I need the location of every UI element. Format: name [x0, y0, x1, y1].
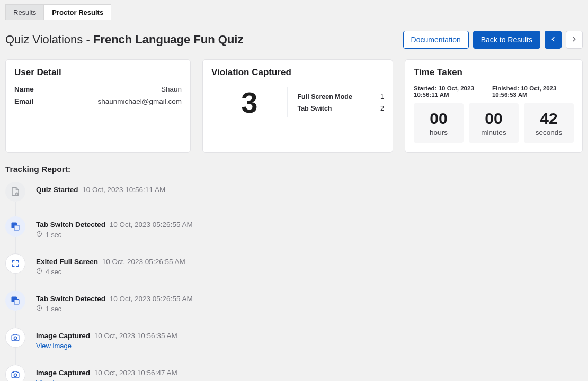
violation-heading: Violation Captured: [211, 67, 384, 78]
time-taken-card: Time Taken Started: 10 Oct, 2023 10:56:1…: [405, 59, 583, 153]
user-email-label: Email: [14, 97, 33, 105]
timeline-item-tab-switch: Tab Switch Detected 10 Oct, 2023 05:26:5…: [5, 291, 577, 328]
timeline-time: 10 Oct, 2023 05:26:55 AM: [110, 221, 193, 229]
clock-icon: [36, 305, 42, 313]
timeline-label: Image Captured: [36, 332, 90, 340]
user-name-value: Shaun: [161, 85, 182, 93]
time-seconds-cell: 42 seconds: [524, 103, 574, 143]
timeline-time: 10 Oct, 2023 10:56:11 AM: [82, 186, 165, 194]
timeline-item-image-captured: Image Captured 10 Oct, 2023 10:56:35 AM …: [5, 328, 577, 365]
time-seconds-unit: seconds: [527, 129, 571, 137]
tracking-report: Tracking Report: Quiz Started 10 Oct, 20…: [5, 165, 583, 381]
user-email-row: Email shaunmichael@gmail.com: [14, 97, 182, 105]
time-taken-heading: Time Taken: [414, 67, 574, 78]
time-minutes-cell: 00 minutes: [469, 103, 519, 143]
view-image-link[interactable]: View image: [36, 342, 72, 350]
clock-icon: [36, 268, 42, 276]
timeline-time: 10 Oct, 2023 05:26:55 AM: [102, 258, 185, 266]
time-started: Started: 10 Oct, 2023 10:56:11 AM: [414, 85, 492, 98]
time-minutes-unit: minutes: [472, 129, 515, 137]
timeline-label: Quiz Started: [36, 186, 78, 194]
timeline-label: Exited Full Screen: [36, 258, 98, 266]
user-name-label: Name: [14, 85, 34, 93]
page-title-quiz-name: French Language Fun Quiz: [93, 33, 244, 46]
summary-cards: User Detail Name Shaun Email shaunmichae…: [5, 59, 583, 153]
time-hours-cell: 00 hours: [414, 103, 464, 143]
violation-total: 3: [211, 85, 287, 120]
timeline-time: 10 Oct, 2023 10:56:47 AM: [94, 369, 177, 377]
tab-proctor-results[interactable]: Proctor Results: [44, 4, 111, 20]
violation-tabswitch-label: Tab Switch: [297, 105, 332, 112]
timeline-label: Image Captured: [36, 369, 90, 377]
violation-fullscreen-value: 1: [380, 93, 384, 101]
timeline-label: Tab Switch Detected: [36, 221, 105, 229]
violation-fullscreen-row: Full Screen Mode 1: [297, 93, 384, 101]
timeline-duration: 1 sec: [46, 305, 61, 313]
clock-icon: [36, 231, 42, 239]
chevron-right-icon: [571, 35, 578, 44]
time-seconds-value: 42: [527, 110, 571, 128]
timeline-duration: 4 sec: [46, 268, 61, 276]
user-name-row: Name Shaun: [14, 85, 182, 93]
user-detail-heading: User Detail: [14, 67, 182, 78]
violation-tabswitch-value: 2: [380, 105, 384, 112]
view-image-link[interactable]: View image: [36, 379, 72, 381]
violation-tabswitch-row: Tab Switch 2: [297, 105, 384, 112]
tabs: Results Proctor Results: [5, 4, 583, 20]
camera-icon: [5, 365, 25, 381]
timeline-item-tab-switch: Tab Switch Detected 10 Oct, 2023 05:26:5…: [5, 216, 577, 253]
time-hours-value: 00: [417, 110, 460, 128]
time-minutes-value: 00: [472, 110, 515, 128]
timeline-duration: 1 sec: [46, 231, 61, 239]
timeline-item-quiz-started: Quiz Started 10 Oct, 2023 10:56:11 AM: [5, 182, 577, 216]
timeline-item-image-captured: Image Captured 10 Oct, 2023 10:56:47 AM …: [5, 365, 577, 381]
camera-icon: [5, 328, 25, 348]
timeline-item-exited-fullscreen: Exited Full Screen 10 Oct, 2023 05:26:55…: [5, 253, 577, 291]
tracking-heading: Tracking Report:: [5, 165, 577, 174]
page-title-prefix: Quiz Violations -: [5, 33, 93, 46]
tab-switch-icon: [5, 291, 25, 311]
svg-point-8: [14, 337, 16, 339]
prev-button[interactable]: [545, 31, 562, 49]
violation-captured-card: Violation Captured 3 Full Screen Mode 1 …: [202, 59, 393, 153]
next-button[interactable]: [566, 31, 583, 49]
timeline: Quiz Started 10 Oct, 2023 10:56:11 AM Ta…: [5, 182, 577, 381]
tab-results[interactable]: Results: [5, 4, 44, 20]
time-hours-unit: hours: [417, 129, 460, 137]
chevron-left-icon: [549, 35, 557, 44]
page-title: Quiz Violations - French Language Fun Qu…: [5, 33, 243, 47]
page-header: Quiz Violations - French Language Fun Qu…: [5, 31, 583, 49]
timeline-time: 10 Oct, 2023 05:26:55 AM: [110, 295, 193, 303]
tab-switch-icon: [5, 216, 25, 237]
timeline-time: 10 Oct, 2023 10:56:35 AM: [94, 332, 177, 340]
svg-rect-2: [14, 225, 19, 230]
documentation-button[interactable]: Documentation: [403, 31, 469, 49]
quiz-start-icon: [5, 182, 25, 202]
user-email-value: shaunmichael@gmail.com: [97, 97, 182, 105]
timeline-label: Tab Switch Detected: [36, 295, 105, 303]
header-actions: Documentation Back to Results: [403, 31, 583, 49]
user-detail-card: User Detail Name Shaun Email shaunmichae…: [5, 59, 191, 153]
exit-fullscreen-icon: [5, 253, 25, 274]
svg-rect-6: [14, 300, 19, 304]
back-to-results-button[interactable]: Back to Results: [473, 31, 540, 49]
violation-fullscreen-label: Full Screen Mode: [297, 93, 352, 101]
svg-point-9: [14, 374, 16, 376]
time-finished: Finished: 10 Oct, 2023 10:56:53 AM: [492, 85, 574, 98]
